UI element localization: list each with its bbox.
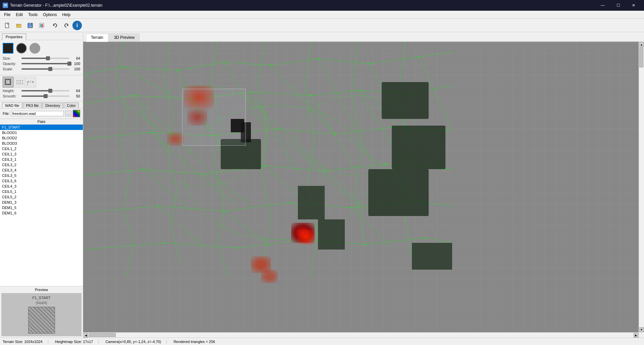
open-button[interactable] xyxy=(13,20,24,31)
texture-item-ceil36[interactable]: CEIL3_6 xyxy=(0,178,83,184)
tab-properties[interactable]: Properties xyxy=(2,33,26,40)
size-slider-row: Size: 64 xyxy=(3,56,80,60)
texture-item-ceil34[interactable]: CEIL3_4 xyxy=(0,167,83,173)
file-browse-button[interactable]: ... xyxy=(65,111,71,117)
maximize-button[interactable]: ☐ xyxy=(610,0,626,11)
scrollbar-track[interactable] xyxy=(639,47,644,327)
wad-tab-pk3[interactable]: PK3 file xyxy=(23,102,42,108)
svg-line-79 xyxy=(164,42,170,79)
preview-texture-name: F1_START xyxy=(33,296,51,300)
texture-item-ceil35[interactable]: CEIL3_5 xyxy=(0,173,83,178)
brush-grid-icon[interactable] xyxy=(3,77,13,87)
svg-rect-23 xyxy=(8,82,9,83)
close-button[interactable]: ✕ xyxy=(626,0,641,11)
wad-tab-color[interactable]: Color xyxy=(64,102,78,108)
new-button[interactable] xyxy=(2,20,13,31)
height-slider-row: Height: 64 xyxy=(3,89,80,93)
h-scrollbar-thumb[interactable] xyxy=(89,333,116,337)
svg-line-41 xyxy=(83,95,133,104)
svg-point-171 xyxy=(237,247,238,249)
menu-edit[interactable]: Edit xyxy=(13,12,25,18)
svg-rect-22 xyxy=(6,82,8,83)
svg-rect-4 xyxy=(29,23,31,25)
svg-line-62 xyxy=(224,203,291,211)
svg-line-45 xyxy=(311,90,358,95)
smooth-track[interactable] xyxy=(21,95,69,97)
svg-line-40 xyxy=(419,52,452,57)
save-button[interactable] xyxy=(25,20,36,31)
brush-circle-small[interactable] xyxy=(16,43,27,54)
svg-point-168 xyxy=(351,207,352,208)
texture-item-blood2[interactable]: BLOOD2 xyxy=(0,135,83,141)
svg-line-132 xyxy=(284,139,365,213)
dark-patch-3 xyxy=(392,126,445,169)
minimize-button[interactable]: — xyxy=(595,0,610,11)
canvas-area[interactable] xyxy=(83,42,639,332)
undo-button[interactable] xyxy=(50,20,60,31)
texture-item-ceil13[interactable]: CEIL1_3 xyxy=(0,151,83,157)
scrollbar-left-arrow[interactable]: ◀ xyxy=(84,333,88,338)
info-button[interactable]: i xyxy=(72,21,82,30)
redo-button[interactable] xyxy=(61,20,72,31)
brush-arrows-up-icon[interactable]: ↑↑↑↑↑↑↑↑ xyxy=(14,77,25,87)
scrollbar-down-arrow[interactable]: ▼ xyxy=(639,327,644,332)
svg-line-109 xyxy=(123,67,177,99)
texture-item-ceil31[interactable]: CEIL3_1 xyxy=(0,157,83,162)
scrollbar-right-arrow[interactable]: ▶ xyxy=(634,333,638,338)
svg-line-60 xyxy=(83,206,157,213)
texture-list[interactable]: F1_START BLOOD1 BLOOD2 BLOOD3 CEIL1_2 CE… xyxy=(0,125,83,286)
svg-line-89 xyxy=(217,203,224,243)
right-area: Terrain 3D Preview xyxy=(83,32,644,338)
file-input[interactable] xyxy=(11,111,64,116)
tab-terrain[interactable]: Terrain xyxy=(86,33,108,42)
opacity-track[interactable] xyxy=(21,63,69,64)
svg-rect-28 xyxy=(10,84,11,85)
wad-tab-wad[interactable]: WAD file xyxy=(2,102,22,108)
svg-point-142 xyxy=(223,61,225,63)
menu-help[interactable]: Help xyxy=(59,12,73,18)
texture-item-dem13[interactable]: DEM1_3 xyxy=(0,200,83,205)
red-splatter-7 xyxy=(261,270,278,283)
size-track[interactable] xyxy=(21,58,69,59)
color-picker-button[interactable] xyxy=(73,110,80,117)
texture-item-dem15[interactable]: DEM1_5 xyxy=(0,205,83,210)
menu-tools[interactable]: Tools xyxy=(25,12,40,18)
svg-line-96 xyxy=(305,42,311,89)
vertical-scrollbar[interactable]: ▲ ▼ xyxy=(639,42,644,332)
texture-item-blood1[interactable]: BLOOD1 xyxy=(0,130,83,135)
menu-options[interactable]: Options xyxy=(40,12,59,18)
scrollbar-up-arrow[interactable]: ▲ xyxy=(639,42,644,47)
window-title: Terrain Generator - F:\...ample02\Exampl… xyxy=(10,3,595,8)
scrollbar-thumb[interactable] xyxy=(639,47,643,67)
wad-tab-directory[interactable]: Directory xyxy=(42,102,63,108)
texture-item-ceil43[interactable]: CEIL4_3 xyxy=(0,184,83,189)
texture-item-ceil32[interactable]: CEIL3_2 xyxy=(0,162,83,167)
menu-file[interactable]: File xyxy=(1,12,13,18)
brush-circle-large[interactable] xyxy=(30,43,40,54)
brush-arrows-down-icon[interactable]: ↙↓↘ ↓ xyxy=(25,77,36,87)
h-scrollbar-track[interactable] xyxy=(89,333,633,338)
texture-item-dem16[interactable]: DEM1_6 xyxy=(0,210,83,216)
svg-line-84 xyxy=(170,226,180,263)
export-button[interactable] xyxy=(36,20,47,31)
tab-3dpreview[interactable]: 3D Preview xyxy=(109,33,140,41)
opacity-label: Opacity: xyxy=(3,62,20,66)
scale-track[interactable] xyxy=(21,68,69,70)
texture-item-ceil12[interactable]: CEIL1_2 xyxy=(0,146,83,151)
texture-item-ceil51[interactable]: CEIL5_1 xyxy=(0,189,83,194)
svg-line-66 xyxy=(83,243,164,250)
svg-line-83 xyxy=(170,189,177,226)
opacity-slider-row: Opacity: 100 xyxy=(3,62,80,66)
svg-point-147 xyxy=(133,95,134,96)
texture-item-ceil52[interactable]: CEIL5_2 xyxy=(0,194,83,200)
height-track[interactable] xyxy=(21,90,69,91)
preview-texture-display xyxy=(28,307,55,334)
texture-item-f1start[interactable]: F1_START xyxy=(0,125,83,130)
brush-section: Size: 64 Opacity: 100 Scale: xyxy=(0,40,83,75)
status-triangles: Rendered triangles = 256 xyxy=(173,340,220,344)
brush-square[interactable] xyxy=(3,43,13,54)
texture-item-blood3[interactable]: BLOOD3 xyxy=(0,141,83,146)
svg-rect-5 xyxy=(29,25,32,27)
svg-line-112 xyxy=(271,65,335,134)
svg-line-92 xyxy=(258,85,268,129)
